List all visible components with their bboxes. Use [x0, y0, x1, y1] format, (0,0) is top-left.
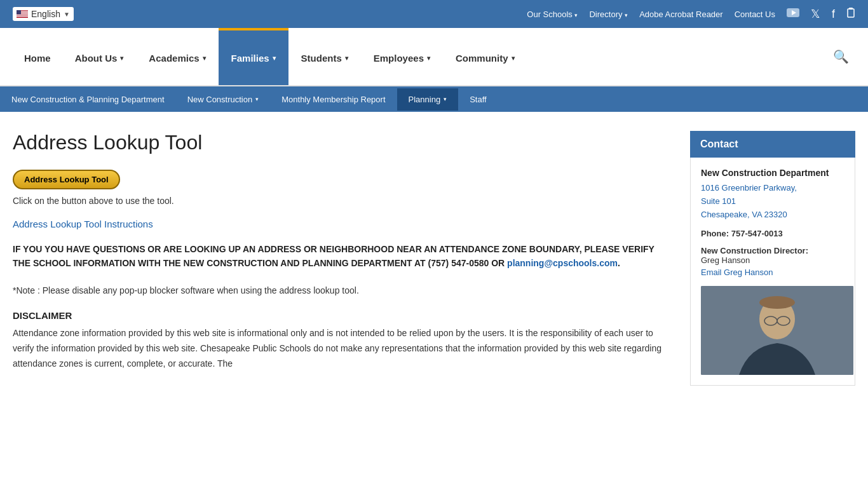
our-schools-chevron: ▾: [574, 12, 578, 18]
director-name: Greg Hanson: [701, 255, 844, 265]
page-title: Address Lookup Tool: [13, 131, 671, 154]
youtube-icon[interactable]: [787, 8, 799, 20]
svg-rect-4: [17, 15, 28, 15]
dept-name: New Construction Department: [701, 168, 844, 178]
directory-chevron: ▾: [625, 12, 628, 18]
subnav-staff[interactable]: Staff: [458, 88, 498, 111]
top-bar-right: Our Schools ▾ Directory ▾ Adobe Acrobat …: [527, 7, 855, 21]
language-selector[interactable]: English ▼: [13, 7, 74, 21]
sub-nav: New Construction & Planning Department N…: [0, 86, 868, 112]
new-construction-chevron: ▾: [255, 96, 259, 102]
click-text: Click on the button above to use the too…: [13, 196, 671, 206]
nav-families[interactable]: Families ▾: [219, 28, 288, 85]
contact-phone: Phone: 757-547-0013: [701, 229, 844, 238]
warning-text: IF YOU YOU HAVE QUESTIONS OR ARE LOOKING…: [13, 242, 671, 271]
students-chevron: ▾: [345, 55, 348, 62]
lang-chevron-icon: ▼: [64, 11, 70, 18]
sidebar-content: New Construction Department 1016 Greenbr…: [690, 158, 855, 386]
main-content: Address Lookup Tool Address Lookup Tool …: [13, 131, 671, 386]
families-chevron: ▾: [273, 55, 276, 62]
top-bar-left: English ▼: [13, 7, 74, 21]
disclaimer-text: Attendance zone information provided by …: [13, 326, 671, 371]
acrobat-link[interactable]: Adobe Acrobat Reader: [639, 10, 723, 19]
contact-header: Contact: [690, 131, 855, 158]
contact-address[interactable]: 1016 Greenbrier Parkway,Suite 101Chesape…: [701, 182, 844, 221]
search-icon[interactable]: 🔍: [827, 43, 855, 71]
nav-students[interactable]: Students ▾: [288, 28, 361, 85]
nav-home[interactable]: Home: [13, 28, 62, 85]
about-us-chevron: ▾: [120, 55, 123, 62]
academics-chevron: ▾: [203, 55, 206, 62]
twitter-icon[interactable]: 𝕏: [811, 7, 820, 21]
subnav-planning[interactable]: Planning ▾: [397, 88, 459, 111]
director-photo-svg: [701, 286, 853, 375]
nav-about-us[interactable]: About Us ▾: [62, 28, 137, 85]
language-label: English: [31, 9, 60, 19]
nav-items: Home About Us ▾ Academics ▾ Families ▾ S…: [13, 28, 827, 85]
director-label: New Construction Director:: [701, 246, 844, 255]
disclaimer-title: DISCLAIMER: [13, 310, 671, 321]
nav-community[interactable]: Community ▾: [443, 28, 527, 85]
address-lookup-button[interactable]: Address Lookup Tool: [13, 170, 120, 189]
employees-chevron: ▾: [427, 55, 430, 62]
subnav-new-construction-dept[interactable]: New Construction & Planning Department: [0, 88, 176, 111]
svg-rect-5: [17, 16, 28, 17]
planning-chevron: ▾: [444, 96, 447, 102]
our-schools-link[interactable]: Our Schools ▾: [527, 10, 578, 19]
svg-rect-6: [17, 10, 21, 15]
content-wrapper: Address Lookup Tool Address Lookup Tool …: [0, 112, 868, 405]
clipboard-icon[interactable]: [846, 8, 855, 20]
top-bar: English ▼ Our Schools ▾ Directory ▾ Adob…: [0, 0, 868, 28]
note-text: *Note : Please disable any pop-up blocke…: [13, 283, 671, 297]
nav-employees[interactable]: Employees ▾: [361, 28, 443, 85]
instructions-link[interactable]: Address Lookup Tool Instructions: [13, 219, 671, 229]
svg-rect-10: [849, 8, 853, 10]
main-nav: Home About Us ▾ Academics ▾ Families ▾ S…: [0, 28, 868, 86]
facebook-icon[interactable]: f: [832, 8, 835, 21]
planning-email-link[interactable]: planning@cpschools.com: [507, 258, 618, 268]
community-chevron: ▾: [512, 55, 515, 62]
flag-icon: [17, 10, 28, 18]
subnav-monthly-report[interactable]: Monthly Membership Report: [270, 88, 397, 111]
sidebar: Contact New Construction Department 1016…: [690, 131, 855, 386]
nav-academics[interactable]: Academics ▾: [136, 28, 218, 85]
directory-link[interactable]: Directory ▾: [589, 10, 628, 19]
svg-rect-9: [848, 9, 854, 17]
director-email-link[interactable]: Email Greg Hanson: [701, 268, 844, 277]
subnav-new-construction[interactable]: New Construction ▾: [176, 88, 271, 111]
svg-point-16: [759, 296, 795, 309]
contact-us-link[interactable]: Contact Us: [735, 10, 775, 19]
director-photo: [701, 286, 853, 375]
